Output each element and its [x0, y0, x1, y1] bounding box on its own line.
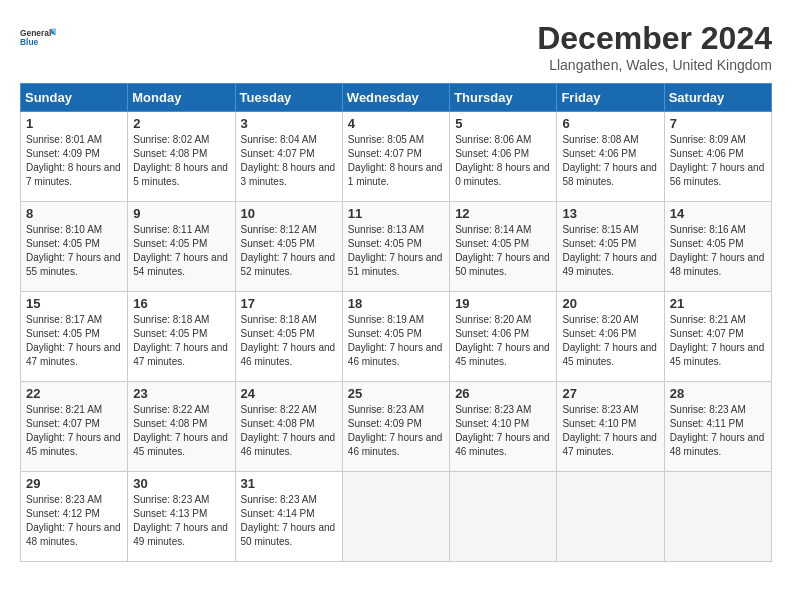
- logo-icon: General Blue: [20, 20, 56, 56]
- day-info: Sunrise: 8:20 AM Sunset: 4:06 PM Dayligh…: [562, 313, 658, 369]
- day-info: Sunrise: 8:11 AM Sunset: 4:05 PM Dayligh…: [133, 223, 229, 279]
- calendar-cell: [342, 472, 449, 562]
- day-number: 15: [26, 296, 122, 311]
- day-info: Sunrise: 8:04 AM Sunset: 4:07 PM Dayligh…: [241, 133, 337, 189]
- calendar-cell: 29 Sunrise: 8:23 AM Sunset: 4:12 PM Dayl…: [21, 472, 128, 562]
- day-number: 19: [455, 296, 551, 311]
- calendar-cell: 25 Sunrise: 8:23 AM Sunset: 4:09 PM Dayl…: [342, 382, 449, 472]
- day-info: Sunrise: 8:14 AM Sunset: 4:05 PM Dayligh…: [455, 223, 551, 279]
- calendar-cell: 10 Sunrise: 8:12 AM Sunset: 4:05 PM Dayl…: [235, 202, 342, 292]
- day-number: 24: [241, 386, 337, 401]
- day-number: 3: [241, 116, 337, 131]
- svg-text:General: General: [20, 28, 51, 38]
- day-number: 23: [133, 386, 229, 401]
- header-row: SundayMondayTuesdayWednesdayThursdayFrid…: [21, 84, 772, 112]
- calendar-cell: [450, 472, 557, 562]
- day-number: 11: [348, 206, 444, 221]
- calendar-cell: 15 Sunrise: 8:17 AM Sunset: 4:05 PM Dayl…: [21, 292, 128, 382]
- weekday-header-friday: Friday: [557, 84, 664, 112]
- calendar-cell: 9 Sunrise: 8:11 AM Sunset: 4:05 PM Dayli…: [128, 202, 235, 292]
- day-info: Sunrise: 8:08 AM Sunset: 4:06 PM Dayligh…: [562, 133, 658, 189]
- day-number: 1: [26, 116, 122, 131]
- calendar-cell: 18 Sunrise: 8:19 AM Sunset: 4:05 PM Dayl…: [342, 292, 449, 382]
- day-info: Sunrise: 8:16 AM Sunset: 4:05 PM Dayligh…: [670, 223, 766, 279]
- day-info: Sunrise: 8:22 AM Sunset: 4:08 PM Dayligh…: [133, 403, 229, 459]
- day-number: 13: [562, 206, 658, 221]
- day-info: Sunrise: 8:02 AM Sunset: 4:08 PM Dayligh…: [133, 133, 229, 189]
- calendar-week-4: 22 Sunrise: 8:21 AM Sunset: 4:07 PM Dayl…: [21, 382, 772, 472]
- day-info: Sunrise: 8:23 AM Sunset: 4:09 PM Dayligh…: [348, 403, 444, 459]
- day-number: 20: [562, 296, 658, 311]
- day-info: Sunrise: 8:23 AM Sunset: 4:10 PM Dayligh…: [455, 403, 551, 459]
- month-title: December 2024: [537, 20, 772, 57]
- calendar-cell: 12 Sunrise: 8:14 AM Sunset: 4:05 PM Dayl…: [450, 202, 557, 292]
- day-info: Sunrise: 8:18 AM Sunset: 4:05 PM Dayligh…: [241, 313, 337, 369]
- calendar-cell: 31 Sunrise: 8:23 AM Sunset: 4:14 PM Dayl…: [235, 472, 342, 562]
- day-number: 21: [670, 296, 766, 311]
- day-number: 14: [670, 206, 766, 221]
- weekday-header-thursday: Thursday: [450, 84, 557, 112]
- day-number: 29: [26, 476, 122, 491]
- day-info: Sunrise: 8:12 AM Sunset: 4:05 PM Dayligh…: [241, 223, 337, 279]
- calendar-cell: 28 Sunrise: 8:23 AM Sunset: 4:11 PM Dayl…: [664, 382, 771, 472]
- day-info: Sunrise: 8:05 AM Sunset: 4:07 PM Dayligh…: [348, 133, 444, 189]
- calendar-cell: 24 Sunrise: 8:22 AM Sunset: 4:08 PM Dayl…: [235, 382, 342, 472]
- day-info: Sunrise: 8:06 AM Sunset: 4:06 PM Dayligh…: [455, 133, 551, 189]
- page-header: General Blue December 2024 Llangathen, W…: [20, 20, 772, 73]
- calendar-cell: 14 Sunrise: 8:16 AM Sunset: 4:05 PM Dayl…: [664, 202, 771, 292]
- day-number: 4: [348, 116, 444, 131]
- day-info: Sunrise: 8:21 AM Sunset: 4:07 PM Dayligh…: [670, 313, 766, 369]
- calendar-cell: 4 Sunrise: 8:05 AM Sunset: 4:07 PM Dayli…: [342, 112, 449, 202]
- calendar-cell: 26 Sunrise: 8:23 AM Sunset: 4:10 PM Dayl…: [450, 382, 557, 472]
- day-info: Sunrise: 8:23 AM Sunset: 4:14 PM Dayligh…: [241, 493, 337, 549]
- day-number: 25: [348, 386, 444, 401]
- day-number: 7: [670, 116, 766, 131]
- weekday-header-monday: Monday: [128, 84, 235, 112]
- logo: General Blue: [20, 20, 56, 56]
- day-number: 22: [26, 386, 122, 401]
- day-number: 17: [241, 296, 337, 311]
- calendar-cell: 21 Sunrise: 8:21 AM Sunset: 4:07 PM Dayl…: [664, 292, 771, 382]
- calendar-cell: 20 Sunrise: 8:20 AM Sunset: 4:06 PM Dayl…: [557, 292, 664, 382]
- svg-text:Blue: Blue: [20, 37, 39, 47]
- day-number: 12: [455, 206, 551, 221]
- calendar-week-3: 15 Sunrise: 8:17 AM Sunset: 4:05 PM Dayl…: [21, 292, 772, 382]
- calendar-cell: 22 Sunrise: 8:21 AM Sunset: 4:07 PM Dayl…: [21, 382, 128, 472]
- day-number: 2: [133, 116, 229, 131]
- calendar-cell: 27 Sunrise: 8:23 AM Sunset: 4:10 PM Dayl…: [557, 382, 664, 472]
- day-info: Sunrise: 8:10 AM Sunset: 4:05 PM Dayligh…: [26, 223, 122, 279]
- calendar-cell: [664, 472, 771, 562]
- day-info: Sunrise: 8:09 AM Sunset: 4:06 PM Dayligh…: [670, 133, 766, 189]
- day-info: Sunrise: 8:01 AM Sunset: 4:09 PM Dayligh…: [26, 133, 122, 189]
- calendar-table: SundayMondayTuesdayWednesdayThursdayFrid…: [20, 83, 772, 562]
- calendar-cell: 7 Sunrise: 8:09 AM Sunset: 4:06 PM Dayli…: [664, 112, 771, 202]
- calendar-cell: 11 Sunrise: 8:13 AM Sunset: 4:05 PM Dayl…: [342, 202, 449, 292]
- day-info: Sunrise: 8:19 AM Sunset: 4:05 PM Dayligh…: [348, 313, 444, 369]
- day-number: 31: [241, 476, 337, 491]
- calendar-cell: 8 Sunrise: 8:10 AM Sunset: 4:05 PM Dayli…: [21, 202, 128, 292]
- day-number: 18: [348, 296, 444, 311]
- calendar-cell: 30 Sunrise: 8:23 AM Sunset: 4:13 PM Dayl…: [128, 472, 235, 562]
- calendar-cell: 6 Sunrise: 8:08 AM Sunset: 4:06 PM Dayli…: [557, 112, 664, 202]
- day-number: 28: [670, 386, 766, 401]
- weekday-header-saturday: Saturday: [664, 84, 771, 112]
- weekday-header-tuesday: Tuesday: [235, 84, 342, 112]
- calendar-week-1: 1 Sunrise: 8:01 AM Sunset: 4:09 PM Dayli…: [21, 112, 772, 202]
- title-block: December 2024 Llangathen, Wales, United …: [537, 20, 772, 73]
- calendar-cell: 23 Sunrise: 8:22 AM Sunset: 4:08 PM Dayl…: [128, 382, 235, 472]
- calendar-cell: 19 Sunrise: 8:20 AM Sunset: 4:06 PM Dayl…: [450, 292, 557, 382]
- weekday-header-sunday: Sunday: [21, 84, 128, 112]
- calendar-cell: 16 Sunrise: 8:18 AM Sunset: 4:05 PM Dayl…: [128, 292, 235, 382]
- calendar-cell: 3 Sunrise: 8:04 AM Sunset: 4:07 PM Dayli…: [235, 112, 342, 202]
- calendar-cell: 1 Sunrise: 8:01 AM Sunset: 4:09 PM Dayli…: [21, 112, 128, 202]
- day-info: Sunrise: 8:21 AM Sunset: 4:07 PM Dayligh…: [26, 403, 122, 459]
- day-info: Sunrise: 8:15 AM Sunset: 4:05 PM Dayligh…: [562, 223, 658, 279]
- day-number: 9: [133, 206, 229, 221]
- calendar-cell: 13 Sunrise: 8:15 AM Sunset: 4:05 PM Dayl…: [557, 202, 664, 292]
- day-info: Sunrise: 8:23 AM Sunset: 4:13 PM Dayligh…: [133, 493, 229, 549]
- day-info: Sunrise: 8:20 AM Sunset: 4:06 PM Dayligh…: [455, 313, 551, 369]
- day-number: 26: [455, 386, 551, 401]
- day-info: Sunrise: 8:23 AM Sunset: 4:12 PM Dayligh…: [26, 493, 122, 549]
- location: Llangathen, Wales, United Kingdom: [537, 57, 772, 73]
- day-info: Sunrise: 8:13 AM Sunset: 4:05 PM Dayligh…: [348, 223, 444, 279]
